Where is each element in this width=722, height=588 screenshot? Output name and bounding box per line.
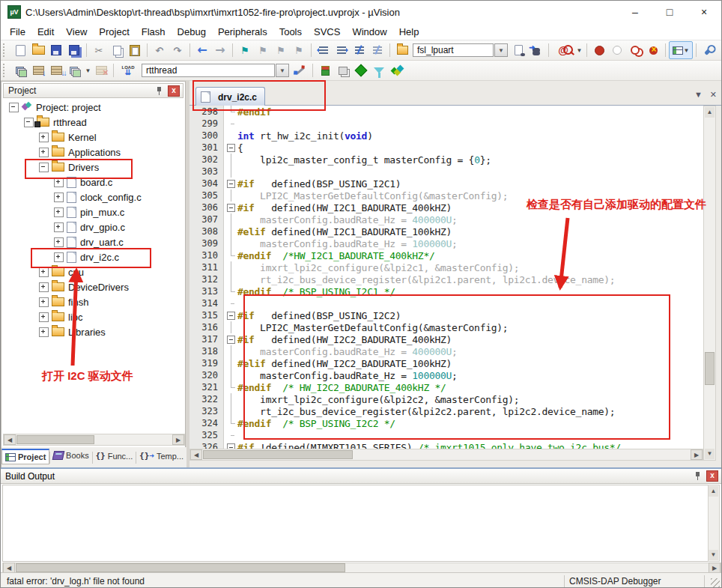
code-line-309[interactable]: 309 masterConfig.baudRate_Hz = 100000U; [189,237,703,249]
toolbar-grip[interactable] [3,43,7,57]
fold-collapse-icon[interactable] [224,441,237,449]
find-in-files-button[interactable] [393,42,411,58]
expand-icon[interactable] [54,193,64,202]
navigate-forward-button[interactable]: → [211,42,229,58]
resize-grip[interactable] [711,578,720,587]
scrollbar-thumb[interactable] [705,352,715,385]
collapse-icon[interactable] [9,103,19,112]
new-file-button[interactable] [11,42,29,58]
download-button[interactable]: LOAD⇊ [117,62,139,79]
scroll-down-button[interactable]: ▼ [705,449,715,459]
menu-item-help[interactable]: Help [393,25,425,39]
code-line-323[interactable]: 323 rt_i2c_bus_device_register(&lpi2c2.p… [189,405,703,417]
menu-item-file[interactable]: File [4,25,31,39]
tree-item-project-project[interactable]: Project: project [3,100,172,115]
code-line-317[interactable]: 317#if defined(HW_I2C2_BADURATE_400kHZ) [189,333,703,345]
bookmark-next-button[interactable]: ⚑ [272,42,290,58]
save-button[interactable] [47,42,65,58]
fold-collapse-icon[interactable] [224,333,237,345]
fold-collapse-icon[interactable] [224,178,237,190]
scrollbar-thumb[interactable] [203,450,353,459]
code-line-311[interactable]: 311 imxrt_lpi2c_configure(&lpi2c1, &mast… [189,261,703,273]
tree-item-drv-gpio-c[interactable]: drv_gpio.c [3,219,172,234]
editor-vscrollbar[interactable]: ▲ ▼ [703,106,716,461]
menu-item-window[interactable]: Window [346,25,392,39]
expand-icon[interactable] [39,148,49,157]
scroll-right-button[interactable]: ▶ [172,434,184,445]
scroll-up-button[interactable]: ▲ [705,107,715,118]
expand-icon[interactable] [54,237,64,247]
target-dropdown-button[interactable]: ▼ [276,64,289,77]
comment-button[interactable] [351,42,368,58]
search-combobox[interactable]: fsl_lpuart ▼ [413,43,508,57]
close-button[interactable]: × [687,1,721,23]
expand-icon[interactable] [39,282,49,292]
code-line-305[interactable]: 305 LPI2C_MasterGetDefaultConfig(&master… [189,190,703,201]
build-button[interactable] [29,62,47,79]
manage-runtime-environment-button[interactable] [352,62,370,79]
tree-item-finsh[interactable]: finsh [3,294,172,309]
undo-button[interactable]: ↶ [151,42,169,58]
find-button[interactable]: @ [552,42,574,58]
bookmark-previous-button[interactable]: ⚑ [254,42,272,58]
panel-tab-temp[interactable]: {}➜Temp... [136,449,186,463]
expand-icon[interactable] [39,267,49,277]
target-select[interactable]: rtthread [142,64,275,77]
save-all-button[interactable] [65,42,83,58]
menu-item-project[interactable]: Project [93,25,135,39]
build-output-vscrollbar[interactable]: ▲ ▼ [708,485,720,562]
project-panel-close-button[interactable]: x [168,85,180,97]
expand-icon[interactable] [39,133,49,142]
toolbar-grip[interactable] [3,64,7,77]
code-line-300[interactable]: 300int rt_hw_i2c_init(void) [189,130,703,142]
minimize-button[interactable]: – [618,1,652,23]
translate-button[interactable] [11,62,29,79]
collapse-icon[interactable] [39,163,49,172]
scroll-left-button[interactable]: ◀ [3,563,15,573]
menu-item-svcs[interactable]: SVCS [308,25,346,39]
fold-collapse-icon[interactable] [224,142,237,154]
code-line-303[interactable]: 303 [189,166,703,178]
menu-item-debug[interactable]: Debug [172,25,212,39]
tree-item-board-c[interactable]: board.c [3,175,172,190]
tree-item-devicedrivers[interactable]: DeviceDrivers [3,279,172,294]
code-line-304[interactable]: 304#if defined(BSP_USING_I2C1) [189,178,703,190]
open-file-button[interactable] [29,42,47,58]
tree-item-rtthread[interactable]: rtthread [3,115,172,130]
code-line-299[interactable]: 299 [189,118,703,130]
tree-item-clock-config-c[interactable]: clock_config.c [3,190,172,204]
tree-item-pin-mux-c[interactable]: pin_mux.c [3,204,172,219]
pin-icon[interactable] [156,87,163,95]
code-line-312[interactable]: 312 rt_i2c_bus_device_register(&lpi2c1.p… [189,273,703,285]
batch-build-dropdown[interactable]: ▼ [83,62,92,79]
menu-item-edit[interactable]: Edit [31,25,60,39]
find-dropdown-button[interactable]: ▼ [574,42,583,58]
expand-icon[interactable] [39,327,49,337]
tree-item-kernel[interactable]: Kernel [3,130,172,145]
kill-breakpoint-button[interactable] [626,42,644,58]
incremental-find-button[interactable]: ➜ [527,42,545,58]
batch-build-button[interactable] [65,62,83,79]
manage-project-items-button[interactable] [316,62,334,79]
code-line-306[interactable]: 306#if defined(HW_I2C1_BADURATE_400kHZ) [189,201,703,213]
scroll-right-button[interactable]: ▶ [709,563,721,573]
tree-item-drv-uart-c[interactable]: drv_uart.c [3,234,172,249]
tab-list-dropdown-icon[interactable]: ▼ [694,90,703,100]
unindent-button[interactable] [315,42,333,58]
bookmark-toggle-button[interactable]: ⚑ [236,42,254,58]
tree-item-drivers[interactable]: Drivers [3,160,172,175]
current-window-layout-button[interactable]: ▼ [669,41,693,59]
target-combobox[interactable]: rtthread ▼ [142,64,289,77]
tree-item-libc[interactable]: libc [3,309,172,324]
code-line-314[interactable]: 314 [189,297,703,309]
maximize-button[interactable]: □ [652,1,687,23]
scroll-up-button[interactable]: ▲ [709,486,718,497]
build-output-hscrollbar[interactable]: ◀ ▶ [2,563,721,573]
editor-tab-drv-i2c[interactable]: drv_i2c.c [195,87,265,106]
expand-icon[interactable] [54,252,64,262]
panel-tab-books[interactable]: Books [50,449,92,462]
stop-build-button[interactable] [92,62,110,79]
select-software-packs-button[interactable] [370,62,388,79]
code-line-316[interactable]: 316 LPI2C_MasterGetDefaultConfig(&master… [189,321,703,333]
bookmark-clear-button[interactable]: ⚑ [290,42,308,58]
